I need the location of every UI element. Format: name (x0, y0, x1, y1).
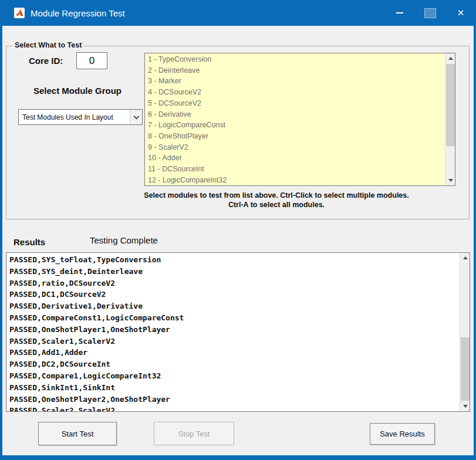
results-lines: PASSED,SYS_toFloat,TypeConversionPASSED,… (6, 254, 459, 411)
save-results-label: Save Results (380, 429, 425, 438)
window-title: Module Regression Test (31, 8, 125, 18)
module-list-item[interactable]: 6 - Derivative (148, 109, 445, 120)
select-what-to-test-panel: Select What to Test Core ID: Select Modu… (6, 46, 470, 219)
results-line[interactable]: PASSED,DC1,DCSourceV2 (9, 289, 459, 300)
module-list-item[interactable]: 11 - DCSourceInt (148, 164, 445, 175)
module-group-dropdown[interactable]: Test Modules Used In Layout (18, 109, 143, 125)
maximize-button[interactable] (415, 0, 445, 26)
module-list-item[interactable]: 7 - LogicCompareConst (148, 120, 445, 131)
stop-test-button: Stop Test (154, 422, 234, 445)
module-list-item[interactable]: 8 - OneShotPlayer (148, 131, 445, 142)
results-line[interactable]: PASSED,SYS_deint,Deinterleave (9, 266, 459, 278)
save-results-button[interactable]: Save Results (370, 423, 435, 445)
instructions-line-2: Ctrl-A to select all modules. (94, 200, 458, 209)
scroll-up-icon (463, 256, 468, 259)
module-list-items: 1 - TypeConversion2 - Deinterleave3 - Ma… (145, 54, 445, 185)
scrollbar-thumb[interactable] (446, 64, 455, 146)
results-scrollbar[interactable] (460, 253, 470, 411)
module-list-item[interactable]: 12 - LogicCompareInt32 (148, 175, 445, 185)
module-list-item[interactable]: 5 - DCSourceV2 (148, 98, 445, 109)
scroll-down-button[interactable] (445, 175, 455, 185)
start-test-label: Start Test (62, 429, 94, 438)
module-group-label: Select Module Group (33, 86, 121, 96)
results-line[interactable]: PASSED,ratio,DCSourceV2 (9, 278, 459, 289)
module-select-instructions: Select modules to test from list above. … (94, 191, 458, 209)
scroll-up-icon (448, 57, 453, 60)
scroll-down-icon (463, 405, 468, 408)
stop-test-label: Stop Test (178, 429, 210, 438)
module-list-item[interactable]: 2 - Deinterleave (148, 65, 445, 76)
results-label: Results (13, 237, 45, 247)
close-icon: ✕ (457, 8, 465, 18)
scroll-up-button[interactable] (445, 53, 455, 63)
core-id-label: Core ID: (29, 56, 63, 66)
module-list-item[interactable]: 4 - DCSourceV2 (148, 87, 445, 98)
module-list-item[interactable]: 1 - TypeConversion (148, 54, 445, 65)
chevron-down-icon (133, 113, 139, 119)
results-line[interactable]: PASSED,Scaler1,ScalerV2 (9, 336, 459, 347)
results-line[interactable]: PASSED,OneShotPlayer2,OneShotPlayer (9, 394, 459, 405)
scroll-down-button[interactable] (460, 401, 470, 411)
scroll-down-icon (448, 179, 453, 182)
client-area: Select What to Test Core ID: Select Modu… (2, 26, 474, 455)
module-list-item[interactable]: 3 - Marker (148, 76, 445, 87)
results-line[interactable]: PASSED,SYS_toFloat,TypeConversion (9, 254, 459, 266)
module-group-selected-value: Test Modules Used In Layout (19, 113, 130, 121)
minimize-icon (396, 12, 403, 13)
results-line[interactable]: PASSED,DC2,DCSourceInt (9, 358, 459, 370)
module-list-scrollbar[interactable] (445, 53, 455, 185)
module-listbox[interactable]: 1 - TypeConversion2 - Deinterleave3 - Ma… (144, 53, 455, 186)
results-listbox[interactable]: PASSED,SYS_toFloat,TypeConversionPASSED,… (6, 252, 470, 412)
window-controls: ✕ (384, 0, 476, 26)
results-line[interactable]: PASSED,OneShotPlayer1,OneShotPlayer (9, 324, 459, 336)
scrollbar-thumb[interactable] (461, 337, 470, 401)
results-line[interactable]: PASSED,Derivative1,Derivative (9, 300, 459, 312)
results-line[interactable]: PASSED,Compare1,LogicCompareInt32 (9, 370, 459, 382)
dropdown-arrow-zone[interactable] (130, 110, 142, 124)
testing-status-text: Testing Complete (90, 235, 158, 245)
module-list-item[interactable]: 9 - ScalerV2 (148, 142, 445, 153)
scroll-up-button[interactable] (460, 253, 470, 263)
core-id-input[interactable] (76, 52, 107, 69)
results-line[interactable]: PASSED,Add1,Adder (9, 347, 459, 358)
panel-title: Select What to Test (12, 41, 84, 49)
matlab-icon (14, 8, 25, 18)
results-line[interactable]: PASSED,Scaler2,ScalerV2 (9, 405, 459, 411)
minimize-button[interactable] (384, 0, 415, 26)
title-bar[interactable]: Module Regression Test ✕ (0, 0, 476, 26)
start-test-button[interactable]: Start Test (38, 422, 117, 445)
results-line[interactable]: PASSED,SinkInt1,SinkInt (9, 382, 459, 394)
module-list-item[interactable]: 10 - Adder (148, 153, 445, 164)
results-line[interactable]: PASSED,CompareConst1,LogicCompareConst (9, 312, 459, 324)
maximize-icon (424, 8, 436, 18)
app-window: Module Regression Test ✕ Select What to … (0, 0, 476, 460)
instructions-line-1: Select modules to test from list above. … (94, 191, 458, 200)
close-button[interactable]: ✕ (445, 0, 476, 26)
